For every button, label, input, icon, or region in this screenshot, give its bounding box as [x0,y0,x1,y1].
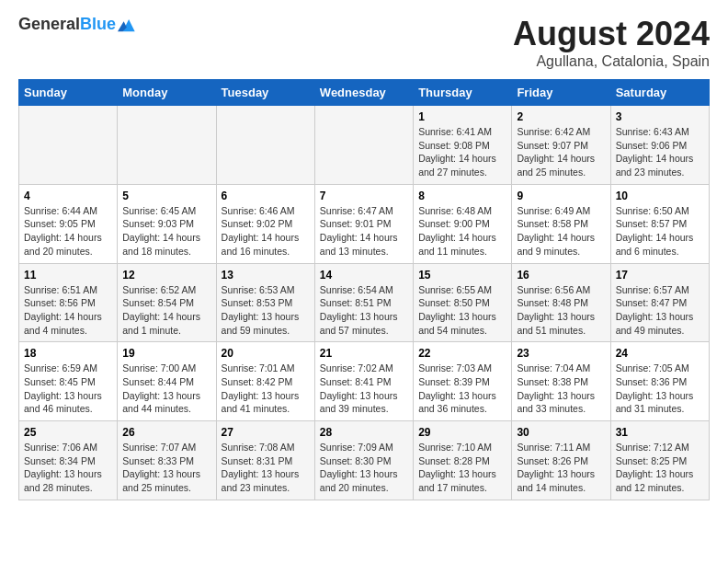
weekday-header: Saturday [610,80,709,106]
day-number: 6 [222,190,310,202]
day-detail: Sunrise: 7:01 AM Sunset: 8:42 PM Dayligh… [222,362,310,416]
logo-general: General [18,15,80,33]
calendar-cell: 4Sunrise: 6:44 AM Sunset: 9:05 PM Daylig… [19,184,118,263]
day-number: 8 [418,190,506,202]
subtitle: Agullana, Catalonia, Spain [513,53,710,70]
day-number: 26 [122,426,210,439]
day-detail: Sunrise: 6:51 AM Sunset: 8:56 PM Dayligh… [24,283,112,338]
day-number: 27 [222,426,310,439]
day-number: 24 [616,347,704,360]
header-row: SundayMondayTuesdayWednesdayThursdayFrid… [19,80,710,106]
calendar-cell: 30Sunrise: 7:11 AM Sunset: 8:26 PM Dayli… [512,421,610,500]
title-area: August 2024 Agullana, Catalonia, Spain [513,15,710,70]
calendar-cell: 5Sunrise: 6:45 AM Sunset: 9:03 PM Daylig… [118,184,216,263]
weekday-header: Sunday [19,80,118,106]
day-detail: Sunrise: 6:47 AM Sunset: 9:01 PM Dayligh… [320,204,408,259]
calendar-cell: 10Sunrise: 6:50 AM Sunset: 8:57 PM Dayli… [610,184,709,263]
day-number: 19 [122,347,210,360]
day-number: 20 [222,347,310,360]
calendar-cell: 1Sunrise: 6:41 AM Sunset: 9:08 PM Daylig… [414,106,512,185]
weekday-header: Monday [118,80,216,106]
calendar-cell: 18Sunrise: 6:59 AM Sunset: 8:45 PM Dayli… [19,342,118,421]
calendar-cell: 16Sunrise: 6:56 AM Sunset: 8:48 PM Dayli… [512,263,610,342]
day-detail: Sunrise: 7:00 AM Sunset: 8:44 PM Dayligh… [122,362,210,416]
day-detail: Sunrise: 6:44 AM Sunset: 9:05 PM Dayligh… [24,204,112,259]
day-detail: Sunrise: 6:57 AM Sunset: 8:47 PM Dayligh… [616,283,704,338]
day-detail: Sunrise: 7:09 AM Sunset: 8:30 PM Dayligh… [320,441,408,495]
day-number: 30 [517,426,605,439]
day-number: 1 [418,110,506,123]
day-detail: Sunrise: 6:46 AM Sunset: 9:02 PM Dayligh… [222,204,310,259]
day-detail: Sunrise: 6:56 AM Sunset: 8:48 PM Dayligh… [517,283,605,338]
day-number: 7 [320,190,408,202]
weekday-header: Tuesday [216,80,314,106]
calendar-cell: 25Sunrise: 7:06 AM Sunset: 8:34 PM Dayli… [19,421,118,500]
day-detail: Sunrise: 6:55 AM Sunset: 8:50 PM Dayligh… [418,283,506,338]
day-number: 23 [517,347,605,360]
calendar-cell [216,106,314,185]
calendar-cell: 19Sunrise: 7:00 AM Sunset: 8:44 PM Dayli… [118,342,216,421]
calendar-cell: 28Sunrise: 7:09 AM Sunset: 8:30 PM Dayli… [314,421,413,500]
day-detail: Sunrise: 7:11 AM Sunset: 8:26 PM Dayligh… [517,441,605,495]
day-detail: Sunrise: 6:41 AM Sunset: 9:08 PM Dayligh… [418,125,506,179]
calendar-week-row: 25Sunrise: 7:06 AM Sunset: 8:34 PM Dayli… [19,421,710,500]
day-detail: Sunrise: 6:53 AM Sunset: 8:53 PM Dayligh… [222,283,310,338]
day-detail: Sunrise: 6:42 AM Sunset: 9:07 PM Dayligh… [517,125,605,179]
main-title: August 2024 [513,15,710,53]
day-number: 31 [616,426,704,439]
day-detail: Sunrise: 6:43 AM Sunset: 9:06 PM Dayligh… [616,125,704,179]
day-number: 12 [122,269,210,282]
day-number: 29 [418,426,506,439]
calendar-cell [118,106,216,185]
logo-blue: Blue [80,15,116,33]
day-number: 22 [418,347,506,360]
day-number: 3 [616,110,704,123]
calendar-cell: 8Sunrise: 6:48 AM Sunset: 9:00 PM Daylig… [414,184,512,263]
day-number: 17 [616,269,704,282]
day-number: 28 [320,426,408,439]
calendar-cell: 15Sunrise: 6:55 AM Sunset: 8:50 PM Dayli… [414,263,512,342]
day-detail: Sunrise: 7:02 AM Sunset: 8:41 PM Dayligh… [320,362,408,416]
calendar-cell: 17Sunrise: 6:57 AM Sunset: 8:47 PM Dayli… [610,263,709,342]
day-number: 10 [616,190,704,202]
day-detail: Sunrise: 7:12 AM Sunset: 8:25 PM Dayligh… [616,441,704,495]
calendar-cell: 31Sunrise: 7:12 AM Sunset: 8:25 PM Dayli… [610,421,709,500]
day-number: 25 [24,426,112,439]
calendar-cell: 21Sunrise: 7:02 AM Sunset: 8:41 PM Dayli… [314,342,413,421]
calendar-cell: 29Sunrise: 7:10 AM Sunset: 8:28 PM Dayli… [414,421,512,500]
day-number: 14 [320,269,408,282]
day-detail: Sunrise: 6:48 AM Sunset: 9:00 PM Dayligh… [418,204,506,259]
calendar-cell [314,106,413,185]
calendar-week-row: 1Sunrise: 6:41 AM Sunset: 9:08 PM Daylig… [19,106,710,185]
calendar-cell: 11Sunrise: 6:51 AM Sunset: 8:56 PM Dayli… [19,263,118,342]
day-number: 9 [517,190,605,202]
day-detail: Sunrise: 6:49 AM Sunset: 8:58 PM Dayligh… [517,204,605,259]
calendar-table: SundayMondayTuesdayWednesdayThursdayFrid… [18,79,710,500]
calendar-cell: 7Sunrise: 6:47 AM Sunset: 9:01 PM Daylig… [314,184,413,263]
day-detail: Sunrise: 6:59 AM Sunset: 8:45 PM Dayligh… [24,362,112,416]
day-number: 4 [24,190,112,202]
calendar-cell: 12Sunrise: 6:52 AM Sunset: 8:54 PM Dayli… [118,263,216,342]
calendar-cell: 3Sunrise: 6:43 AM Sunset: 9:06 PM Daylig… [610,106,709,185]
day-detail: Sunrise: 6:52 AM Sunset: 8:54 PM Dayligh… [122,283,210,338]
calendar-cell: 6Sunrise: 6:46 AM Sunset: 9:02 PM Daylig… [216,184,314,263]
day-number: 2 [517,110,605,123]
day-detail: Sunrise: 7:03 AM Sunset: 8:39 PM Dayligh… [418,362,506,416]
day-number: 15 [418,269,506,282]
calendar-cell: 23Sunrise: 7:04 AM Sunset: 8:38 PM Dayli… [512,342,610,421]
day-number: 11 [24,269,112,282]
calendar-week-row: 4Sunrise: 6:44 AM Sunset: 9:05 PM Daylig… [19,184,710,263]
day-number: 16 [517,269,605,282]
calendar-cell: 20Sunrise: 7:01 AM Sunset: 8:42 PM Dayli… [216,342,314,421]
day-detail: Sunrise: 7:07 AM Sunset: 8:33 PM Dayligh… [122,441,210,495]
day-detail: Sunrise: 7:05 AM Sunset: 8:36 PM Dayligh… [616,362,704,416]
logo-icon [118,15,138,35]
day-detail: Sunrise: 6:54 AM Sunset: 8:51 PM Dayligh… [320,283,408,338]
day-number: 13 [222,269,310,282]
day-number: 5 [122,190,210,202]
weekday-header: Wednesday [314,80,413,106]
calendar-cell: 2Sunrise: 6:42 AM Sunset: 9:07 PM Daylig… [512,106,610,185]
calendar-cell: 13Sunrise: 6:53 AM Sunset: 8:53 PM Dayli… [216,263,314,342]
day-detail: Sunrise: 7:10 AM Sunset: 8:28 PM Dayligh… [418,441,506,495]
calendar-cell: 26Sunrise: 7:07 AM Sunset: 8:33 PM Dayli… [118,421,216,500]
